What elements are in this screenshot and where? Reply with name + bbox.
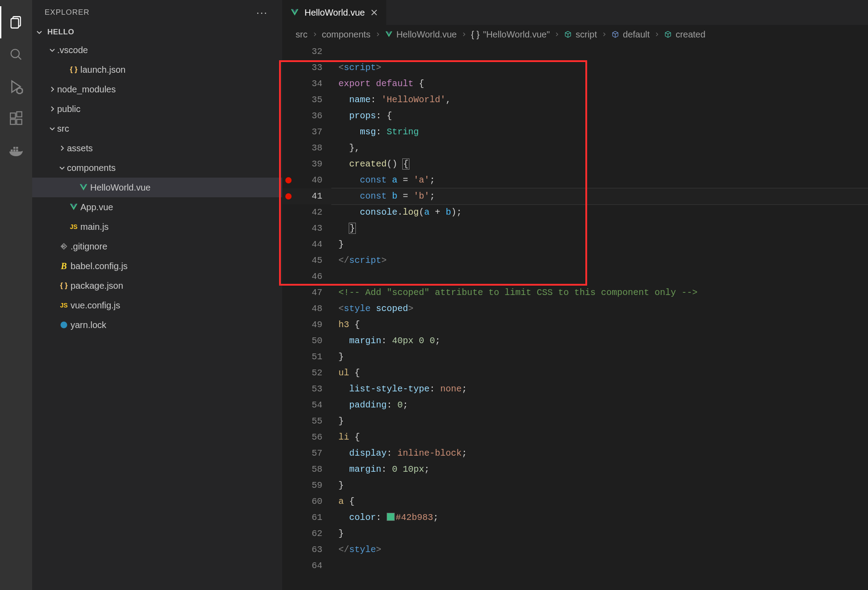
line-number: 48 [295, 301, 322, 317]
code-line[interactable]: 53 list-style-type: none; [282, 381, 868, 397]
svg-point-25 [63, 245, 65, 246]
code-content: margin: 40px 0 0; [322, 333, 440, 349]
file-yarn-lock[interactable]: yarn.lock [32, 315, 282, 335]
line-number: 56 [295, 429, 322, 445]
sidebar: EXPLORER ··· HELLO .vscode{ }launch.json… [32, 0, 282, 590]
line-number: 41 [295, 188, 322, 204]
code-line[interactable]: 37 msg: String [282, 124, 868, 140]
line-number: 53 [295, 381, 322, 397]
breadcrumb-separator [552, 32, 561, 37]
svg-line-8 [22, 89, 23, 90]
file-app-vue[interactable]: App.vue [32, 197, 282, 217]
yarn-icon [57, 321, 71, 329]
code-editor[interactable]: 3233<script>34export default {35 name: '… [282, 44, 868, 590]
svg-rect-13 [10, 119, 15, 124]
folder--vscode[interactable]: .vscode [32, 40, 282, 60]
file-package-json[interactable]: { }package.json [32, 276, 282, 295]
close-icon[interactable] [370, 8, 378, 17]
breakpoint-icon [285, 177, 292, 183]
vue-icon [290, 8, 299, 17]
activity-extensions[interactable] [0, 103, 32, 135]
code-line[interactable]: 42 console.log(a + b); [282, 204, 868, 220]
folder-public[interactable]: public [32, 99, 282, 119]
code-line[interactable]: 43 } [282, 220, 868, 237]
code-line[interactable]: 41 const b = 'b'; [282, 188, 868, 204]
breadcrumb-item[interactable]: src [296, 29, 308, 40]
folder-node-modules[interactable]: node_modules [32, 79, 282, 99]
code-line[interactable]: 60a { [282, 494, 868, 510]
folder-components[interactable]: components [32, 158, 282, 178]
code-line[interactable]: 58 margin: 0 10px; [282, 461, 868, 478]
code-content: console.log(a + b); [322, 204, 462, 220]
breadcrumb-item[interactable]: created [664, 29, 705, 40]
activity-debug[interactable] [0, 71, 32, 103]
code-line[interactable]: 47<!-- Add "scoped" attribute to limit C… [282, 285, 868, 301]
line-number: 63 [295, 542, 322, 558]
code-line[interactable]: 35 name: 'HelloWorld', [282, 92, 868, 108]
code-line[interactable]: 36 props: { [282, 108, 868, 124]
line-number: 54 [295, 397, 322, 413]
svg-rect-20 [16, 147, 18, 149]
editor-tab-helloworld[interactable]: HelloWorld.vue [282, 0, 387, 25]
activity-explorer[interactable] [0, 6, 32, 38]
code-content: list-style-type: none; [322, 381, 467, 397]
babel-icon: B [57, 261, 71, 271]
svg-point-2 [11, 50, 19, 58]
sidebar-section-title[interactable]: HELLO [32, 26, 282, 40]
code-line[interactable]: 39 created() { [282, 156, 868, 172]
line-number: 36 [295, 108, 322, 124]
tree-item-label: .gitignore [71, 241, 107, 252]
breadcrumb-item[interactable]: default [611, 29, 650, 40]
breadcrumb-item[interactable]: script [564, 29, 597, 40]
breakpoint-gutter[interactable] [282, 177, 295, 183]
file-launch-json[interactable]: { }launch.json [32, 60, 282, 79]
breadcrumb-separator [310, 32, 319, 37]
code-line[interactable]: 46 [282, 269, 868, 285]
breadcrumb-item[interactable]: HelloWorld.vue [385, 29, 457, 40]
file-vue-config-js[interactable]: JSvue.config.js [32, 295, 282, 315]
code-line[interactable]: 54 padding: 0; [282, 397, 868, 413]
code-line[interactable]: 40 const a = 'a'; [282, 172, 868, 188]
chevron-right-icon [47, 105, 57, 112]
svg-rect-14 [17, 119, 21, 124]
file-main-js[interactable]: JSmain.js [32, 217, 282, 237]
activity-docker[interactable] [0, 135, 32, 167]
code-line[interactable]: 49h3 { [282, 317, 868, 333]
git-icon [57, 242, 71, 250]
code-line[interactable]: 64 [282, 558, 868, 574]
file-helloworld-vue[interactable]: HelloWorld.vue [32, 178, 282, 197]
file--gitignore[interactable]: .gitignore [32, 237, 282, 256]
sidebar-header: EXPLORER ··· [32, 0, 282, 25]
code-line[interactable]: 52ul { [282, 365, 868, 381]
code-line[interactable]: 34export default { [282, 76, 868, 92]
breadcrumb-item[interactable]: components [322, 29, 371, 40]
code-line[interactable]: 55} [282, 413, 868, 429]
code-line[interactable]: 63</style> [282, 542, 868, 558]
code-line[interactable]: 48<style scoped> [282, 301, 868, 317]
folder-assets[interactable]: assets [32, 138, 282, 158]
code-line[interactable]: 44} [282, 237, 868, 253]
code-line[interactable]: 61 color: #42b983; [282, 510, 868, 526]
code-line[interactable]: 50 margin: 40px 0 0; [282, 333, 868, 349]
code-line[interactable]: 45</script> [282, 253, 868, 269]
sidebar-more-icon[interactable]: ··· [256, 6, 268, 19]
code-line[interactable]: 59} [282, 478, 868, 494]
code-content: color: #42b983; [322, 510, 438, 526]
breadcrumbs[interactable]: srccomponentsHelloWorld.vue{ }"HelloWorl… [282, 25, 868, 44]
chevron-down-icon [47, 46, 57, 54]
js-icon: JS [57, 302, 71, 309]
code-line[interactable]: 57 display: inline-block; [282, 445, 868, 461]
cube-icon [664, 30, 672, 38]
breakpoint-gutter[interactable] [282, 193, 295, 199]
code-line[interactable]: 33<script> [282, 60, 868, 76]
folder-src[interactable]: src [32, 119, 282, 138]
file-babel-config-js[interactable]: Bbabel.config.js [32, 256, 282, 276]
code-content: <style scoped> [322, 301, 413, 317]
code-line[interactable]: 62} [282, 526, 868, 542]
code-line[interactable]: 56li { [282, 429, 868, 445]
activity-search[interactable] [0, 38, 32, 71]
code-line[interactable]: 32 [282, 44, 868, 60]
code-line[interactable]: 51} [282, 349, 868, 365]
breadcrumb-item[interactable]: { }"HelloWorld.vue" [471, 29, 550, 40]
code-line[interactable]: 38 }, [282, 140, 868, 156]
